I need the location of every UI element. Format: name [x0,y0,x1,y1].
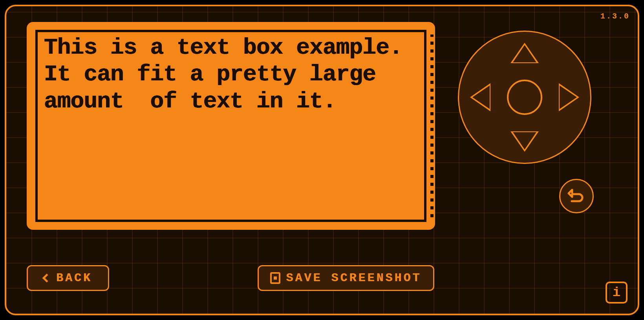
text-panel: This is a text box example. It can fit a… [27,22,435,230]
save-screenshot-button[interactable]: SAVE SCREENSHOT [258,265,434,291]
back-button[interactable]: BACK [27,265,109,291]
dpad-center-button[interactable] [507,80,542,115]
text-content: This is a text box example. It can fit a… [44,35,416,115]
dpad-left-icon[interactable] [470,83,490,111]
text-panel-border: This is a text box example. It can fit a… [35,30,426,222]
undo-icon [566,186,587,206]
text-scrollbar[interactable] [430,35,434,217]
undo-button[interactable] [559,179,594,213]
version-label: 1.3.0 [600,12,630,21]
dpad-up-icon[interactable] [510,43,539,63]
save-button-label: SAVE SCREENSHOT [286,271,421,285]
info-icon: i [613,286,620,299]
info-button[interactable]: i [606,282,628,304]
dpad-down-icon[interactable] [510,131,539,152]
app-frame: 1.3.0 This is a text box example. It can… [5,5,639,315]
back-button-label: BACK [56,271,92,285]
save-icon [270,272,280,284]
dpad-right-icon[interactable] [559,83,579,111]
dpad[interactable] [458,31,591,164]
chevron-left-icon [42,274,51,283]
